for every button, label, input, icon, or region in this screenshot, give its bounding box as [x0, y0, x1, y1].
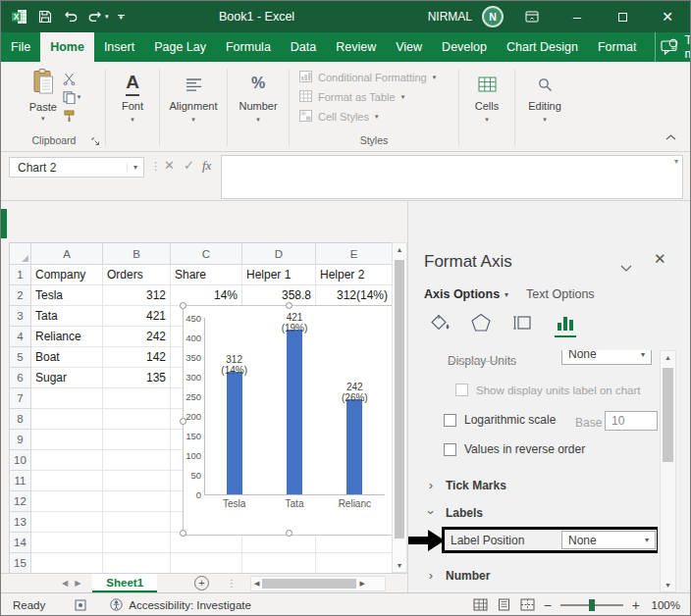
sheet-nav-left-icon[interactable]: ◀ — [62, 579, 68, 588]
scroll-up-icon[interactable]: ▲ — [393, 246, 406, 253]
page-layout-view-icon[interactable] — [497, 598, 511, 613]
cell-A1[interactable]: Company — [31, 265, 103, 285]
copy-icon[interactable]: ▾ — [63, 90, 81, 104]
row-header-5[interactable]: 5 — [10, 347, 31, 368]
row-header-9[interactable]: 9 — [10, 430, 31, 450]
zoom-in-button[interactable]: + — [632, 597, 640, 613]
insert-function-icon[interactable]: fx — [202, 158, 211, 174]
values-reverse-checkbox[interactable] — [444, 443, 456, 456]
panel-scroll-up-icon[interactable]: ▲ — [661, 354, 675, 361]
macro-record-icon[interactable] — [75, 599, 86, 611]
cell-A13[interactable] — [31, 512, 103, 533]
cell-A3[interactable]: Tata — [31, 306, 103, 327]
cell-E14[interactable] — [316, 533, 393, 553]
section-number[interactable]: › Number — [426, 568, 490, 583]
undo-icon[interactable] — [63, 8, 78, 26]
section-labels[interactable]: › Labels — [426, 505, 483, 520]
scroll-left-icon[interactable]: ◀ — [251, 580, 262, 588]
chart-handle-bottom-middle[interactable] — [286, 530, 292, 537]
embedded-chart[interactable]: 450400350300250200150100500312(14%)Tesla… — [183, 305, 394, 536]
normal-view-icon[interactable] — [473, 598, 488, 613]
cancel-icon[interactable]: ✕ — [164, 158, 175, 173]
cell-B14[interactable] — [103, 533, 171, 553]
panel-scrollbar[interactable]: ▲ ▼ — [660, 350, 676, 592]
row-header-14[interactable]: 14 — [10, 533, 31, 553]
scroll-down-icon[interactable]: ▼ — [393, 562, 406, 569]
zoom-slider[interactable] — [560, 598, 623, 612]
user-avatar[interactable]: N — [482, 6, 504, 27]
axis-options-icon[interactable] — [555, 313, 576, 337]
label-position-dropdown[interactable]: None ▾ — [561, 531, 656, 549]
cell-A10[interactable] — [31, 450, 103, 471]
format-as-table-button[interactable]: Format as Table ▾ — [299, 90, 456, 104]
scroll-right-icon[interactable]: ▶ — [356, 580, 367, 588]
chart-bar-tata[interactable] — [287, 330, 302, 494]
cell-A5[interactable]: Boat — [31, 347, 103, 368]
ribbon-tab-page-lay[interactable]: Page Lay — [144, 32, 216, 62]
row-header-13[interactable]: 13 — [10, 512, 31, 533]
tab-text-options[interactable]: Text Options — [526, 287, 594, 301]
cell-B10[interactable] — [103, 450, 171, 471]
page-break-view-icon[interactable] — [520, 598, 535, 613]
chart-handle-middle-left[interactable] — [180, 418, 186, 425]
comments-icon[interactable] — [661, 32, 677, 62]
ribbon-tab-chart-design[interactable]: Chart Design — [497, 32, 588, 62]
cell-A11[interactable] — [31, 471, 103, 491]
redo-icon[interactable]: ▾ — [88, 8, 109, 26]
zoom-out-button[interactable]: − — [544, 597, 552, 613]
sheet-tab-sheet1[interactable]: Sheet1 — [92, 574, 157, 592]
chart-handle-top-middle[interactable] — [286, 302, 292, 309]
ribbon-tab-data[interactable]: Data — [281, 32, 326, 62]
select-all-button[interactable] — [10, 243, 31, 265]
fill-line-icon[interactable] — [428, 313, 450, 337]
ribbon-tab-view[interactable]: View — [386, 32, 432, 62]
vertical-scrollbar-thumb[interactable] — [395, 260, 404, 539]
cell-B1[interactable]: Orders — [103, 265, 171, 285]
column-header-D[interactable]: D — [242, 243, 316, 265]
column-header-A[interactable]: A — [31, 243, 103, 265]
cell-D14[interactable] — [242, 533, 316, 553]
close-button[interactable]: ✕ — [645, 1, 690, 32]
sheet-nav-right-icon[interactable]: ▶ — [75, 579, 80, 588]
show-display-units-checkbox[interactable] — [455, 384, 468, 396]
cell-B13[interactable] — [103, 512, 171, 533]
formula-bar-expand-icon[interactable]: ▾ — [674, 157, 678, 166]
cell-A8[interactable] — [31, 409, 103, 430]
save-icon[interactable] — [38, 8, 52, 26]
cell-D2[interactable]: 358.8 — [242, 285, 316, 306]
cell-E2[interactable]: 312(14%) — [316, 285, 393, 306]
horizontal-scrollbar-thumb[interactable] — [262, 579, 356, 589]
cell-A4[interactable]: Reliance — [31, 327, 103, 347]
cell-E15[interactable] — [316, 553, 393, 574]
ribbon-tab-formula[interactable]: Formula — [216, 32, 281, 62]
cell-A12[interactable] — [31, 491, 103, 512]
cell-styles-button[interactable]: Cell Styles ▾ — [299, 110, 456, 124]
cell-B2[interactable]: 312 — [103, 285, 171, 306]
cell-B5[interactable]: 142 — [103, 347, 171, 368]
font-group[interactable]: A Font ▾ — [108, 64, 157, 151]
cell-C1[interactable]: Share — [171, 265, 242, 285]
panel-close-icon[interactable]: ✕ — [654, 250, 666, 268]
row-header-8[interactable]: 8 — [10, 409, 31, 430]
cell-D1[interactable]: Helper 1 — [242, 265, 316, 285]
effects-icon[interactable] — [470, 313, 492, 337]
row-header-6[interactable]: 6 — [10, 368, 31, 388]
cell-A6[interactable]: Sugar — [31, 368, 103, 388]
name-box-dropdown-icon[interactable]: ▾ — [127, 163, 143, 172]
cell-A9[interactable] — [31, 430, 103, 450]
conditional-formatting-button[interactable]: Conditional Formatting ▾ — [299, 71, 456, 84]
horizontal-scrollbar[interactable]: ◀ ▶ — [250, 576, 386, 591]
paste-button[interactable]: Paste ▾ — [27, 64, 63, 134]
redo-dropdown-icon[interactable]: ▾ — [105, 13, 109, 21]
maximize-button[interactable] — [600, 1, 645, 32]
cells-group[interactable]: Cells ▾ — [461, 64, 512, 151]
accessibility-status[interactable]: Accessibility: Investigate — [110, 598, 251, 613]
number-group[interactable]: % Number ▾ — [230, 64, 287, 151]
ribbon-tab-insert[interactable]: Insert — [94, 32, 144, 62]
cell-B11[interactable] — [103, 471, 171, 491]
base-input[interactable] — [605, 411, 658, 431]
ribbon-tab-develop[interactable]: Develop — [432, 32, 497, 62]
customize-quick-access-icon[interactable]: ▾ — [120, 8, 124, 26]
cell-D15[interactable] — [242, 553, 316, 574]
cell-B7[interactable] — [103, 388, 171, 409]
